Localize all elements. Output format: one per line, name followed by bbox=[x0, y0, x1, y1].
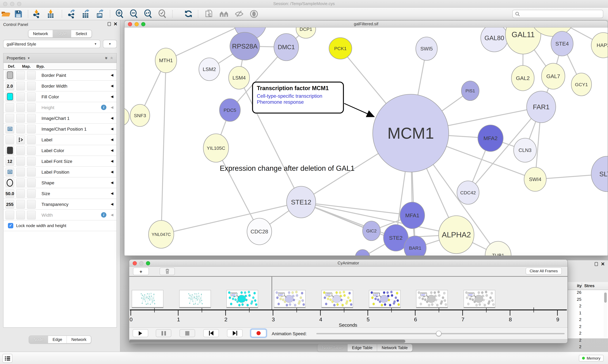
empty-cell[interactable] bbox=[27, 135, 36, 144]
empty-cell[interactable] bbox=[27, 124, 36, 133]
network-node-yil105c[interactable]: YIL105C bbox=[203, 134, 229, 162]
show-all-icon[interactable] bbox=[249, 9, 259, 19]
network-node-gic2[interactable]: GIC2 bbox=[363, 221, 380, 241]
property-row[interactable]: Image/Chart 1◀ bbox=[3, 113, 117, 124]
tab-network-table[interactable]: Network Table bbox=[377, 344, 412, 351]
property-row[interactable]: Label Position◀ bbox=[3, 167, 117, 177]
export-table-icon[interactable] bbox=[81, 9, 90, 19]
network-node-alpha2[interactable]: ALPHA2 bbox=[439, 216, 474, 254]
network-node-slt2[interactable]: SLT2 bbox=[591, 156, 608, 192]
network-canvas[interactable]: RPS28ADMC1DCP1PCK1MTH1LSM2LSM4SNF3PDC5YI… bbox=[124, 27, 608, 256]
table-row[interactable]: 25 bbox=[567, 297, 608, 304]
float-panel-icon[interactable] bbox=[108, 22, 111, 26]
property-row[interactable]: 50.0Size◀ bbox=[3, 188, 117, 199]
mapping-icon[interactable] bbox=[16, 135, 25, 144]
ellipse-shape-icon[interactable] bbox=[5, 178, 14, 187]
expand-row-icon[interactable]: ◀ bbox=[111, 138, 113, 142]
cyanimator-timeline[interactable]: 0123456789Seconds bbox=[129, 277, 567, 327]
property-row[interactable]: Label◀ bbox=[3, 134, 117, 145]
table-row[interactable]: 2 bbox=[567, 304, 608, 310]
empty-cell[interactable] bbox=[27, 178, 36, 187]
empty-cell[interactable] bbox=[16, 189, 25, 198]
zoom-fit-icon[interactable] bbox=[143, 9, 153, 19]
network-node-rps28a[interactable]: RPS28A bbox=[230, 32, 260, 60]
search-input[interactable] bbox=[522, 12, 603, 16]
skip-to-start-button[interactable] bbox=[203, 329, 219, 337]
default-value[interactable]: 12 bbox=[5, 157, 14, 166]
play-button[interactable] bbox=[133, 329, 148, 337]
color-swatch[interactable] bbox=[5, 146, 14, 155]
empty-cell[interactable] bbox=[16, 92, 25, 101]
table-scrollbar[interactable] bbox=[604, 291, 607, 338]
info-icon[interactable]: i bbox=[101, 105, 106, 110]
network-node-ynl047c[interactable]: YNL047C bbox=[149, 221, 174, 248]
network-node-gal7[interactable]: GAL7 bbox=[541, 63, 565, 89]
empty-cell[interactable] bbox=[5, 210, 14, 219]
first-neighbors-icon[interactable] bbox=[219, 9, 229, 19]
frame-thumbnail-0[interactable] bbox=[132, 290, 163, 308]
tab-select[interactable]: Select bbox=[71, 30, 91, 37]
empty-cell[interactable] bbox=[27, 210, 36, 219]
position-icon[interactable] bbox=[5, 168, 14, 176]
network-node-pck1[interactable]: PCK1 bbox=[329, 38, 352, 59]
chevron-down-icon[interactable]: ▼ bbox=[28, 56, 30, 60]
import-table-icon[interactable] bbox=[46, 9, 55, 19]
network-node-mfa1[interactable]: MFA1 bbox=[400, 202, 425, 229]
table-row[interactable]: 1 bbox=[567, 310, 608, 317]
network-node-mcm1[interactable]: MCM1 bbox=[373, 94, 449, 172]
expand-row-icon[interactable]: ◀ bbox=[111, 159, 113, 163]
expand-row-icon[interactable]: ◀ bbox=[111, 95, 113, 99]
empty-cell[interactable] bbox=[16, 157, 25, 166]
animation-speed-slider[interactable] bbox=[316, 333, 565, 334]
table-row[interactable]: 2 bbox=[567, 344, 608, 351]
expand-row-icon[interactable]: ◀ bbox=[111, 127, 113, 131]
empty-cell[interactable] bbox=[16, 81, 25, 90]
slider-handle[interactable] bbox=[436, 331, 442, 336]
empty-cell[interactable] bbox=[16, 114, 25, 123]
network-node-mfa2[interactable]: MFA2 bbox=[478, 125, 503, 152]
empty-cell[interactable] bbox=[27, 114, 36, 123]
skip-to-end-button[interactable] bbox=[227, 329, 243, 337]
expand-row-icon[interactable]: ◀ bbox=[111, 73, 113, 77]
network-node-lsm4[interactable]: LSM4 bbox=[229, 66, 249, 89]
empty-cell[interactable] bbox=[16, 103, 25, 112]
zoom-in-icon[interactable] bbox=[115, 9, 124, 19]
empty-cell[interactable] bbox=[27, 81, 36, 90]
float-panel-icon[interactable] bbox=[595, 262, 598, 266]
empty-cell[interactable] bbox=[27, 168, 36, 176]
empty-cell[interactable] bbox=[27, 92, 36, 101]
frame-thumbnail-1[interactable] bbox=[179, 290, 211, 308]
global-search[interactable] bbox=[512, 10, 603, 18]
table-row[interactable]: 2 bbox=[567, 317, 608, 324]
network-node-cdc42[interactable]: CDC42 bbox=[457, 181, 479, 204]
checkbox-checked-icon[interactable]: ✓ bbox=[8, 223, 13, 228]
empty-cell[interactable] bbox=[27, 200, 36, 208]
property-row[interactable]: Image/Chart Position 1◀ bbox=[3, 124, 117, 134]
export-network-icon[interactable] bbox=[67, 9, 76, 19]
network-node-dcp1[interactable]: DCP1 bbox=[296, 27, 316, 38]
empty-cell[interactable] bbox=[16, 200, 25, 208]
expand-row-icon[interactable]: ◀ bbox=[111, 213, 113, 217]
network-node-pis1[interactable]: PIS1 bbox=[461, 81, 479, 101]
expand-row-icon[interactable]: ◀ bbox=[111, 148, 113, 152]
network-node-snf3[interactable]: SNF3 bbox=[130, 104, 150, 127]
network-node-gal2[interactable]: GAL2 bbox=[511, 65, 534, 91]
network-node-gal80[interactable]: GAL80 bbox=[481, 27, 508, 52]
delete-frame-button[interactable] bbox=[160, 268, 175, 275]
network-node-ste4[interactable]: STE4 bbox=[551, 31, 573, 56]
empty-cell[interactable] bbox=[27, 103, 36, 112]
annotation-text[interactable]: Expression change after deletion of GAL1 bbox=[220, 164, 355, 173]
export-image-icon[interactable] bbox=[95, 9, 105, 19]
tab-edge[interactable]: Edge bbox=[48, 336, 67, 343]
table-row[interactable]: 2 bbox=[567, 331, 608, 338]
style-options-button[interactable]: ▼ bbox=[103, 40, 117, 48]
tab-node[interactable]: Node bbox=[29, 336, 48, 343]
property-row[interactable]: Shape◀ bbox=[3, 177, 117, 188]
expand-row-icon[interactable]: ◀ bbox=[111, 105, 113, 109]
empty-cell[interactable] bbox=[5, 135, 14, 144]
empty-cell[interactable] bbox=[27, 71, 36, 79]
empty-cell[interactable] bbox=[5, 114, 14, 123]
frame-thumbnail-3[interactable] bbox=[274, 290, 305, 308]
stop-button[interactable] bbox=[180, 329, 195, 337]
tab-edge-table[interactable]: Edge Table bbox=[347, 344, 377, 351]
